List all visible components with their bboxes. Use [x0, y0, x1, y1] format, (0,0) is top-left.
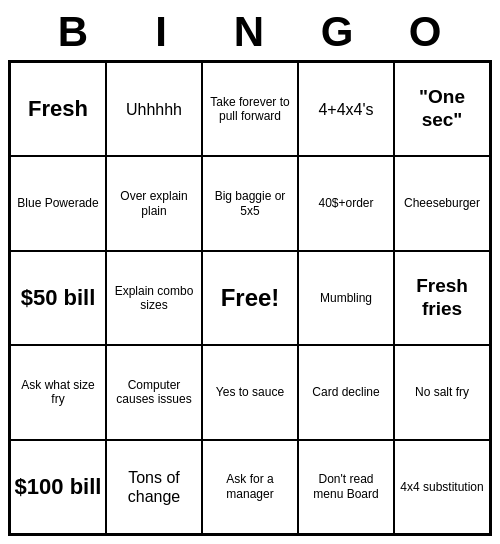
cell-r1-c1: Over explain plain [106, 156, 202, 250]
header-g: G [294, 8, 382, 56]
cell-r2-c1: Explain combo sizes [106, 251, 202, 345]
cell-r0-c2: Take forever to pull forward [202, 62, 298, 156]
bingo-header: B I N G O [8, 8, 492, 56]
cell-r3-c2: Yes to sauce [202, 345, 298, 439]
cell-r0-c1: Uhhhhh [106, 62, 202, 156]
cell-r1-c0: Blue Powerade [10, 156, 106, 250]
cell-r0-c4: "One sec" [394, 62, 490, 156]
header-i: I [118, 8, 206, 56]
cell-r4-c2: Ask for a manager [202, 440, 298, 534]
cell-r3-c1: Computer causes issues [106, 345, 202, 439]
cell-r3-c4: No salt fry [394, 345, 490, 439]
cell-r1-c3: 40$+order [298, 156, 394, 250]
header-n: N [206, 8, 294, 56]
bingo-grid: FreshUhhhhhTake forever to pull forward4… [8, 60, 492, 536]
cell-r4-c3: Don't read menu Board [298, 440, 394, 534]
cell-r1-c2: Big baggie or 5x5 [202, 156, 298, 250]
cell-r4-c4: 4x4 substitution [394, 440, 490, 534]
cell-r3-c3: Card decline [298, 345, 394, 439]
cell-r2-c3: Mumbling [298, 251, 394, 345]
header-o: O [382, 8, 470, 56]
cell-r0-c0: Fresh [10, 62, 106, 156]
cell-r3-c0: Ask what size fry [10, 345, 106, 439]
cell-r4-c1: Tons of change [106, 440, 202, 534]
cell-r4-c0: $100 bill [10, 440, 106, 534]
cell-r2-c0: $50 bill [10, 251, 106, 345]
cell-r2-c4: Fresh fries [394, 251, 490, 345]
cell-r1-c4: Cheeseburger [394, 156, 490, 250]
cell-r0-c3: 4+4x4's [298, 62, 394, 156]
header-b: B [30, 8, 118, 56]
cell-r2-c2: Free! [202, 251, 298, 345]
